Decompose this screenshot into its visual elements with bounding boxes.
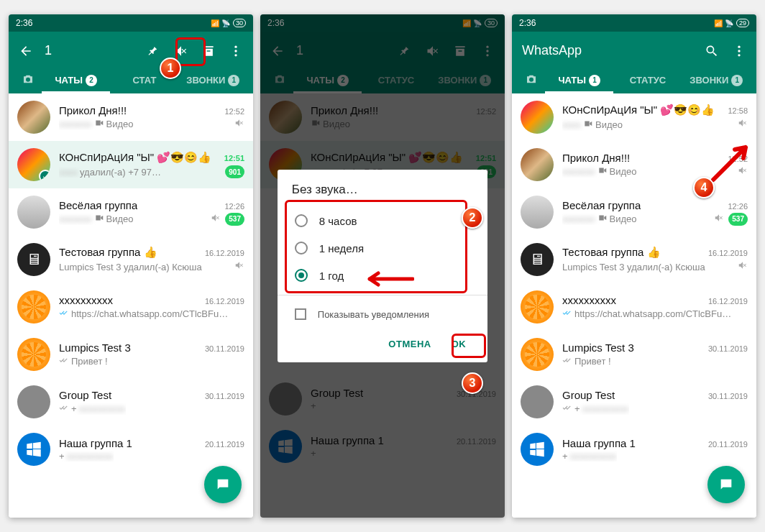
chat-name: Наша группа 1: [59, 437, 132, 449]
chat-row[interactable]: Прикол Дня!!!12:52 xxxxxxxВидео: [512, 141, 756, 188]
chat-row[interactable]: xxxxxxxxxx16.12.2019 https://chat.whatsa…: [512, 283, 756, 331]
ticks-icon: [59, 355, 69, 367]
chat-msg: Привет !: [59, 355, 108, 367]
new-chat-fab[interactable]: [707, 466, 745, 503]
chat-row[interactable]: Наша группа 120.11.2019 +xxxxxxxxxx: [9, 426, 253, 473]
tab-calls[interactable]: ЗВОНКИ1: [179, 68, 247, 93]
chat-msg: Lumpics Test 3 удалил(-а) Ксюша: [59, 262, 202, 272]
show-notifications-checkbox[interactable]: Показывать уведомления: [292, 301, 473, 327]
app-title: WhatsApp: [522, 43, 693, 58]
chat-time: 16.12.2019: [205, 249, 244, 257]
chat-time: 30.11.2019: [205, 344, 244, 353]
ticks-icon: [562, 403, 572, 415]
back-icon[interactable]: [19, 44, 33, 58]
dialog-title: Без звука…: [292, 183, 473, 197]
chat-row[interactable]: Весёлая группа12:26 xxxxxxxВидео537: [9, 188, 253, 236]
search-icon[interactable]: [705, 44, 719, 58]
checkbox-icon: [295, 308, 306, 320]
tab-bar: ЧАТЫ1 СТАТУС ЗВОНКИ1: [518, 67, 751, 93]
chat-msg: +xxxxxxxxxx: [59, 403, 126, 415]
chat-row[interactable]: Lumpics Test 330.11.2019 Привет !: [512, 331, 756, 378]
chat-time: 12:51: [224, 154, 244, 162]
avatar[interactable]: [521, 196, 554, 229]
pin-icon[interactable]: [147, 44, 161, 58]
more-icon[interactable]: [732, 44, 746, 58]
avatar[interactable]: [17, 433, 50, 466]
avatar[interactable]: [17, 101, 50, 134]
avatar[interactable]: [521, 243, 554, 276]
mute-dialog-overlay[interactable]: Без звука… 8 часов 1 неделя 1 год Показы…: [260, 14, 505, 518]
avatar[interactable]: [17, 196, 50, 229]
chat-row[interactable]: КОнСпИрАцИя "Ы" 💕😎😊👍12:51 xxxxудалил(-а)…: [9, 141, 253, 188]
chat-name: xxxxxxxxxx: [59, 294, 113, 306]
avatar[interactable]: [17, 148, 50, 181]
status-time: 2:36: [16, 18, 32, 28]
avatar[interactable]: [17, 338, 50, 371]
chat-msg: https://chat.whatsapp.com/CTlcBFu…: [562, 308, 731, 320]
tab-status[interactable]: СТАТУС: [613, 68, 682, 93]
chat-time: 12:58: [728, 106, 748, 115]
chat-row[interactable]: Тестовая группа 👍16.12.2019 Lumpics Test…: [512, 236, 756, 283]
status-bar: 2:36 📶 📡 29: [512, 14, 756, 32]
mute-icon[interactable]: [174, 44, 188, 58]
chat-time: 30.11.2019: [708, 392, 748, 400]
chat-row[interactable]: КОнСпИрАцИя "Ы" 💕😎😊👍12:58 xxxxВидео: [512, 93, 756, 141]
muted-icon: [211, 213, 221, 226]
tab-chats[interactable]: ЧАТЫ1: [545, 68, 613, 93]
chat-row[interactable]: Тестовая группа 👍16.12.2019 Lumpics Test…: [9, 236, 253, 283]
avatar[interactable]: [521, 385, 554, 418]
muted-icon: [738, 118, 748, 131]
avatar[interactable]: [521, 433, 554, 466]
tab-calls[interactable]: ЗВОНКИ1: [682, 68, 751, 93]
tab-status[interactable]: СТАТ: [110, 68, 178, 93]
archive-icon[interactable]: [201, 44, 216, 58]
avatar[interactable]: [17, 290, 50, 324]
chat-msg: xxxxудалил(-а) +7 97…: [59, 167, 161, 178]
chat-name: Lumpics Test 3: [562, 341, 634, 354]
chat-row[interactable]: Lumpics Test 330.11.2019 Привет !: [9, 331, 253, 378]
ok-button[interactable]: OK: [444, 333, 474, 355]
tab-chats[interactable]: ЧАТЫ2: [42, 68, 110, 93]
ticks-icon: [562, 355, 572, 367]
chat-msg: xxxxxxxВидео: [562, 165, 636, 178]
chat-name: Прикол Дня!!!: [562, 152, 630, 164]
radio-option-8h[interactable]: 8 часов: [292, 207, 473, 234]
app-bar: 1 ЧАТЫ2 СТАТ ЗВОНКИ1: [9, 32, 253, 93]
avatar[interactable]: [521, 290, 554, 324]
more-icon[interactable]: [229, 44, 243, 58]
radio-option-1y[interactable]: 1 год: [292, 262, 473, 289]
chat-msg: Lumpics Test 3 удалил(-а) Ксюша: [562, 262, 705, 272]
chat-row[interactable]: Наша группа 120.11.2019 +xxxxxxxxxx: [512, 426, 756, 473]
avatar[interactable]: [17, 243, 50, 276]
radio-option-1w[interactable]: 1 неделя: [292, 234, 473, 262]
chat-row[interactable]: Group Test30.11.2019 +xxxxxxxxxx: [512, 378, 756, 426]
chat-row[interactable]: Весёлая группа12:26 xxxxxxxВидео537: [512, 188, 756, 236]
avatar[interactable]: [521, 338, 554, 371]
chat-time: 20.11.2019: [205, 440, 244, 449]
tab-camera[interactable]: [518, 67, 545, 93]
ticks-icon: [59, 403, 69, 415]
selected-check-icon: [39, 170, 50, 181]
chat-time: 12:26: [224, 202, 244, 211]
chat-msg: xxxxxxxВидео: [562, 213, 636, 225]
radio-icon: [295, 242, 308, 254]
chat-row[interactable]: Прикол Дня!!!12:52 xxxxxxxВидео: [9, 93, 253, 141]
chat-name: Lumpics Test 3: [59, 341, 131, 354]
chat-list[interactable]: КОнСпИрАцИя "Ы" 💕😎😊👍12:58 xxxxВидео Прик…: [512, 93, 756, 518]
chat-time: 20.11.2019: [708, 440, 748, 449]
avatar[interactable]: [521, 101, 554, 134]
chat-list[interactable]: Прикол Дня!!!12:52 xxxxxxxВидео КОнСпИрА…: [9, 93, 253, 518]
chat-time: 30.11.2019: [708, 344, 748, 353]
avatar[interactable]: [17, 385, 50, 418]
avatar[interactable]: [521, 148, 554, 181]
cancel-button[interactable]: ОТМЕНА: [381, 333, 438, 355]
chat-msg: +xxxxxxxxxx: [562, 451, 617, 462]
chat-name: Весёлая группа: [562, 199, 641, 211]
chat-name: Тестовая группа 👍: [59, 246, 157, 259]
status-time: 2:36: [519, 18, 536, 28]
tab-camera[interactable]: [14, 67, 42, 93]
app-bar: WhatsApp ЧАТЫ1 СТАТУС ЗВОНКИ1: [512, 32, 756, 93]
chat-row[interactable]: xxxxxxxxxx16.12.2019 https://chat.whatsa…: [9, 283, 253, 331]
new-chat-fab[interactable]: [204, 466, 242, 503]
chat-row[interactable]: Group Test30.11.2019 +xxxxxxxxxx: [9, 378, 253, 426]
